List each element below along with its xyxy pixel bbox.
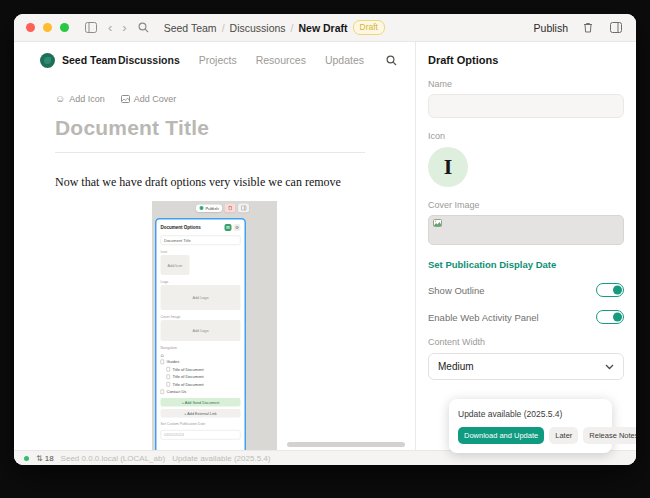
app-window: ‹ › Seed Team / Discussions / New Draft … [14, 14, 636, 465]
embedded-trash-icon [225, 204, 236, 213]
breadcrumb-team[interactable]: Seed Team [164, 22, 217, 34]
embedded-nav-item: Guides [161, 358, 241, 366]
back-icon[interactable]: ‹ [107, 21, 113, 34]
later-button[interactable]: Later [549, 427, 578, 444]
panel-toggle-icon[interactable] [608, 20, 624, 36]
content-width-value: Medium [438, 361, 474, 372]
embedded-add-icon-box: Add Icon [161, 255, 190, 275]
breadcrumb: Seed Team / Discussions / New Draft Draf… [164, 20, 385, 34]
embedded-publish-button: Publish [196, 204, 222, 212]
app-header: Seed Team Discussions Projects Resources… [14, 42, 415, 76]
add-icon-button[interactable]: ☺ Add Icon [55, 94, 105, 104]
embedded-publish-label: Publish [206, 206, 219, 211]
content-width-select[interactable]: Medium [428, 353, 624, 380]
tab-updates[interactable]: Updates [325, 54, 364, 66]
web-activity-toggle[interactable] [596, 310, 624, 324]
embedded-grid-icon: ⊞ [225, 224, 232, 231]
paragraph-text[interactable]: Now that we have draft options very visi… [55, 175, 365, 190]
horizontal-scrollbar[interactable] [287, 442, 405, 447]
web-activity-label: Enable Web Activity Panel [428, 312, 539, 323]
sidebar-toggle-icon[interactable] [83, 20, 99, 36]
titlebar-search-icon[interactable] [136, 20, 152, 36]
embedded-cover-label: Cover Image [161, 315, 241, 319]
embedded-icon-label: Icon [161, 250, 241, 254]
set-publication-date-link[interactable]: Set Publication Display Date [428, 259, 624, 270]
publish-button[interactable]: Publish [534, 22, 568, 34]
fullscreen-button[interactable] [60, 23, 69, 32]
cover-image-label: Cover Image [428, 200, 624, 210]
nav-tabs: Discussions Projects Resources Updates [118, 52, 399, 68]
embedded-add-external-link-button: + Add External Link [161, 409, 241, 418]
breadcrumb-page[interactable]: New Draft [299, 22, 348, 34]
embedded-date-input: 03/05/2024 [161, 430, 241, 440]
embedded-nav-item: Title of Document [167, 366, 241, 374]
tab-projects[interactable]: Projects [199, 54, 237, 66]
sync-icon: ⇅ [36, 454, 43, 463]
minimize-button[interactable] [43, 23, 52, 32]
embedded-toolbar: Publish [196, 204, 249, 213]
tab-resources[interactable]: Resources [256, 54, 306, 66]
statusbar-update-text[interactable]: Update available (2025.5.4) [172, 454, 270, 463]
embedded-gear-icon: ⚙ [234, 224, 241, 231]
add-cover-label: Add Cover [134, 94, 177, 104]
embedded-nav-item: Title of Document [167, 381, 241, 389]
embedded-set-custom-date-label: Set Custom Publication Date [161, 422, 241, 426]
release-notes-button[interactable]: Release Notes [583, 427, 636, 444]
tab-discussions[interactable]: Discussions [118, 54, 180, 66]
team-logo-icon[interactable] [40, 53, 55, 68]
close-button[interactable] [26, 23, 35, 32]
editor-area: Seed Team Discussions Projects Resources… [14, 42, 415, 450]
icon-label: Icon [428, 131, 624, 141]
embedded-document-options-panel: Document Options ⊞ ⚙ Document Title Icon… [155, 218, 246, 450]
embedded-nav-item: Contact Us [161, 388, 241, 396]
update-toast-title: Update available (2025.5.4) [458, 409, 603, 419]
chevron-down-icon [605, 364, 614, 370]
name-input[interactable] [428, 94, 624, 118]
breadcrumb-section[interactable]: Discussions [230, 22, 286, 34]
desktop-background: ‹ › Seed Team / Discussions / New Draft … [0, 0, 650, 498]
forward-icon[interactable]: › [121, 21, 127, 34]
breadcrumb-separator: / [291, 22, 294, 34]
show-outline-toggle[interactable] [596, 283, 624, 297]
title-divider [55, 152, 365, 153]
online-status-icon [24, 456, 29, 461]
panel-title: Draft Options [428, 54, 624, 66]
nav-search-icon[interactable] [383, 52, 399, 68]
document-body: ☺ Add Icon Add Cover Document Title Now … [14, 76, 415, 450]
sync-count[interactable]: ⇅ 18 [36, 454, 54, 463]
version-text: Seed 0.0.0.local (LOCAL_ab) [61, 454, 166, 463]
embedded-add-cover-box: Add Logo [161, 320, 241, 341]
smiley-icon: ☺ [55, 94, 65, 104]
cover-image-upload[interactable] [428, 215, 624, 245]
embedded-add-seed-document-button: + Add Seed Document [161, 398, 241, 407]
team-name[interactable]: Seed Team [62, 54, 117, 66]
embedded-title-input: Document Title [161, 236, 241, 246]
embedded-add-logo-box: Add Logo [161, 285, 241, 310]
embedded-navigation-label: Navigation [161, 346, 241, 350]
embedded-panel-title: Document Options [161, 225, 201, 230]
embedded-avatar [200, 206, 204, 210]
embedded-logo-label: Logo [161, 280, 241, 284]
download-update-button[interactable]: Download and Update [458, 427, 544, 444]
draft-options-panel: Draft Options Name Icon I Cover Image Se… [415, 42, 636, 450]
add-cover-button[interactable]: Add Cover [121, 94, 177, 104]
image-icon [121, 95, 130, 103]
embedded-panel-toggle-icon [238, 204, 249, 213]
title-bar: ‹ › Seed Team / Discussions / New Draft … [14, 14, 636, 42]
file-icon [167, 375, 171, 380]
add-icon-label: Add Icon [69, 94, 105, 104]
draft-status-badge: Draft [353, 20, 385, 34]
content-width-label: Content Width [428, 337, 624, 347]
broken-image-icon [433, 219, 442, 227]
file-icon [161, 360, 165, 365]
trash-icon[interactable] [580, 20, 596, 36]
document-title-placeholder[interactable]: Document Title [55, 116, 365, 140]
name-label: Name [428, 79, 624, 89]
sync-count-value: 18 [45, 454, 54, 463]
show-outline-label: Show Outline [428, 285, 485, 296]
breadcrumb-separator: / [222, 22, 225, 34]
file-icon [167, 367, 171, 372]
update-toast: Update available (2025.5.4) Download and… [449, 399, 612, 453]
document-icon-button[interactable]: I [428, 147, 468, 187]
embedded-screenshot-image[interactable]: Publish Doc [152, 201, 277, 450]
